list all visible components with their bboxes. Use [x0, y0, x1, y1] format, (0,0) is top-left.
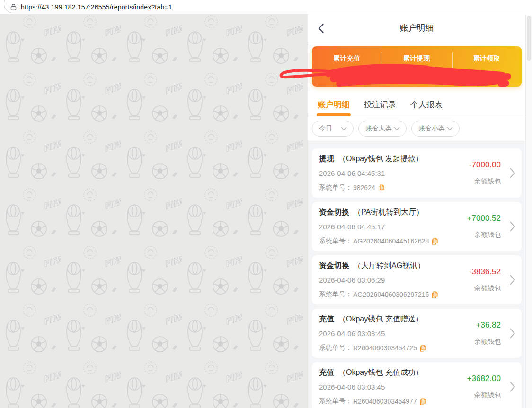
- tx-subtitle: （Okpay钱包 充值成功）: [338, 368, 423, 376]
- transaction-row[interactable]: 资金切换（PA街机转到大厅） 2026-04-06 04:45:17 系统单号：…: [312, 202, 522, 251]
- back-button[interactable]: [318, 23, 325, 34]
- summary-section: 累计充值 累计提现 累计领取: [308, 42, 525, 93]
- copy-document-icon[interactable]: [432, 291, 438, 298]
- filter-minor-category-dropdown[interactable]: 账变小类: [411, 121, 460, 137]
- tab-bet-records[interactable]: 投注记录: [364, 93, 396, 117]
- summary-card: 累计充值 累计提现 累计领取: [312, 46, 522, 87]
- transaction-row[interactable]: 充值（Okpay钱包 充值成功） 2026-04-06 03:03:45 系统单…: [312, 362, 522, 408]
- copy-document-icon[interactable]: [378, 184, 384, 191]
- tx-type: 充值: [319, 368, 334, 376]
- tx-order-no: 982624: [353, 184, 375, 191]
- account-detail-panel: 账户明细 累计充值 累计提现 累计领取 账户明细 投注记录 个人报表: [308, 14, 525, 408]
- tx-order-no: R2604060303454977: [353, 398, 417, 405]
- chevron-right-icon[interactable]: [509, 274, 516, 286]
- stat-divider: [382, 52, 382, 79]
- transaction-row[interactable]: 提现（Okpay钱包 发起提款） 2026-04-06 04:45:31 系统单…: [312, 148, 522, 198]
- chevron-right-icon[interactable]: [509, 381, 516, 392]
- tx-wallet-label: 余额钱包: [474, 391, 501, 399]
- tx-subtitle: （Okpay钱包 充值赠送）: [338, 315, 423, 323]
- copy-document-icon[interactable]: [420, 398, 426, 405]
- tx-order-no: AG202604060445162628: [353, 237, 429, 245]
- tab-bar: 账户明细 投注记录 个人报表: [308, 93, 525, 117]
- tx-amount: -7000.00: [469, 160, 501, 170]
- tx-amount: +36.82: [476, 321, 501, 330]
- stat-total-deposit: 累计充值: [312, 54, 382, 63]
- chevron-right-icon[interactable]: [509, 221, 516, 232]
- tx-wallet-label: 余额钱包: [474, 231, 501, 239]
- tx-datetime: 2026-04-06 03:03:45: [319, 330, 385, 338]
- tx-subtitle: （Okpay钱包 发起提款）: [338, 155, 423, 163]
- copy-document-icon[interactable]: [432, 238, 438, 245]
- lock-icon[interactable]: [10, 3, 17, 11]
- tx-order-label: 系统单号：: [319, 237, 352, 245]
- stat-total-claim: 累计领取: [452, 54, 522, 63]
- tx-subtitle: （PA街机转到大厅）: [354, 208, 424, 216]
- transaction-list: 提现（Okpay钱包 发起提款） 2026-04-06 04:45:31 系统单…: [308, 141, 525, 408]
- filter-major-category-dropdown[interactable]: 账变大类: [358, 121, 407, 137]
- tx-type: 充值: [319, 315, 334, 323]
- page-header: 账户明细: [308, 14, 525, 42]
- filter-bar: 今日 账变大类 账变小类: [308, 117, 525, 141]
- tab-personal-report[interactable]: 个人报表: [410, 93, 443, 117]
- tx-amount: +3682.00: [467, 374, 501, 383]
- tx-datetime: 2026-04-06 03:03:45: [319, 383, 385, 391]
- tx-order-label: 系统单号：: [319, 344, 352, 352]
- tx-wallet-label: 余额钱包: [474, 284, 501, 293]
- tx-amount: -3836.52: [469, 267, 501, 277]
- tx-datetime: 2026-04-06 04:45:31: [319, 169, 385, 177]
- tab-account-detail[interactable]: 账户明细: [318, 93, 350, 117]
- stat-divider: [452, 52, 453, 79]
- tx-order-label: 系统单号：: [319, 397, 352, 406]
- chevron-down-icon: [341, 127, 347, 130]
- transaction-row[interactable]: 充值（Okpay钱包 充值赠送） 2026-04-06 03:03:45 系统单…: [312, 309, 522, 358]
- tx-order-label: 系统单号：: [319, 290, 352, 299]
- scrollbar-track[interactable]: [525, 14, 532, 408]
- tx-order-no: AG202604060306297216: [353, 291, 429, 298]
- scrollbar-thumb[interactable]: [527, 16, 531, 61]
- tx-type: 资金切换: [319, 261, 349, 269]
- fifa-pattern-background: FIFA: [0, 14, 308, 408]
- tx-datetime: 2026-04-06 04:45:17: [319, 223, 385, 231]
- copy-document-icon[interactable]: [420, 345, 426, 352]
- transaction-row[interactable]: 资金切换（大厅转到AG视讯） 2026-04-06 03:06:29 系统单号：…: [312, 255, 522, 304]
- tx-type: 提现: [319, 155, 334, 163]
- tx-order-no: R2604060303454725: [353, 344, 417, 352]
- chevron-right-icon[interactable]: [509, 328, 516, 339]
- tx-amount: +7000.52: [467, 214, 501, 223]
- chevron-right-icon[interactable]: [509, 167, 516, 179]
- tx-datetime: 2026-04-06 03:06:29: [319, 276, 385, 284]
- tx-subtitle: （大厅转到AG视讯）: [354, 261, 425, 269]
- tx-wallet-label: 余额钱包: [474, 338, 501, 346]
- chevron-down-icon: [447, 127, 453, 130]
- tx-order-label: 系统单号：: [319, 183, 352, 192]
- tx-type: 资金切换: [319, 208, 349, 216]
- url-text[interactable]: https://43.199.182.157:26555/reports/ind…: [21, 3, 172, 11]
- stat-total-withdraw: 累计提现: [382, 54, 452, 63]
- filter-date-dropdown[interactable]: 今日: [312, 121, 354, 137]
- chevron-down-icon: [394, 127, 400, 130]
- tx-wallet-label: 余额钱包: [474, 177, 501, 186]
- page-title: 账户明细: [308, 14, 525, 42]
- browser-address-bar: https://43.199.182.157:26555/reports/ind…: [0, 0, 532, 14]
